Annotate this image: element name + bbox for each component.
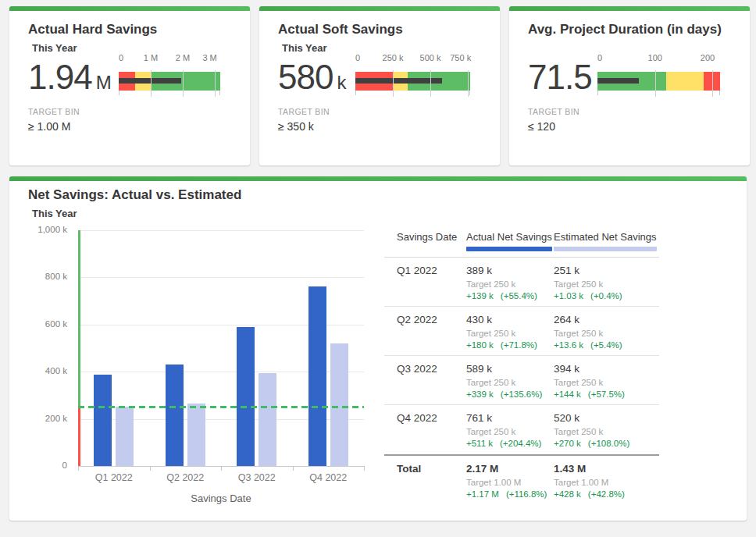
variance-percent: (+108.0%) xyxy=(588,439,629,448)
cell-variance: +139 k(+55.4%) xyxy=(466,291,554,301)
table-row-q2-2022[interactable]: Q2 2022430 kTarget 250 k+180 k(+71.8%)26… xyxy=(384,307,659,356)
column-header-text: Actual Net Savings xyxy=(466,231,552,251)
bar-group-q2-2022 xyxy=(150,230,222,466)
x-axis-category-label: Q4 2022 xyxy=(293,472,365,483)
bar-estimated-net-savings-q2-2022[interactable] xyxy=(187,404,205,466)
cell-variance: +428 k(+42.8%) xyxy=(554,489,659,499)
bullet-axis-tick-label: 1 M xyxy=(144,53,158,62)
column-header-estimated: Estimated Net Savings xyxy=(554,231,659,251)
cell-value: 389 k xyxy=(466,265,554,276)
cell-value: 251 k xyxy=(554,265,659,276)
cell-variance: +511 k(+204.4%) xyxy=(466,439,554,448)
date-cell: Q4 2022 xyxy=(384,412,466,454)
bar-estimated-net-savings-q4-2022[interactable] xyxy=(330,343,348,466)
variance-percent: (+116.8%) xyxy=(506,489,547,499)
bullet-tick-line xyxy=(355,91,356,95)
net-savings-table: Savings DateActual Net SavingsEstimated … xyxy=(384,223,659,515)
bar-actual-net-savings-q1-2022[interactable] xyxy=(94,375,112,466)
x-axis-title: Savings Date xyxy=(78,493,364,504)
variance-percent: (+0.4%) xyxy=(590,291,622,301)
kpi-subtitle: This Year xyxy=(282,42,327,54)
net-savings-card: Net Savings: Actual vs. Estimated This Y… xyxy=(9,176,747,521)
date-cell: Q3 2022 xyxy=(384,363,466,404)
bar-estimated-net-savings-q3-2022[interactable] xyxy=(259,373,276,466)
bullet-tick-line xyxy=(469,91,470,95)
cell-target: Target 1.00 M xyxy=(554,478,659,487)
date-cell: Q1 2022 xyxy=(384,265,466,306)
kpi-value: 580 k xyxy=(278,58,346,97)
actual-cell: 2.17 MTarget 1.00 M+1.17 M(+116.8%) xyxy=(466,463,554,515)
bar-actual-net-savings-q2-2022[interactable] xyxy=(166,365,184,466)
kpi-title: Actual Soft Savings xyxy=(278,22,403,37)
table-row-q1-2022[interactable]: Q1 2022389 kTarget 250 k+139 k(+55.4%)25… xyxy=(384,258,659,307)
variance-amount: +428 k xyxy=(554,489,581,499)
x-axis-tick xyxy=(78,466,79,471)
bullet-axis-tick-label: 200 xyxy=(701,53,715,62)
bullet-tick-line xyxy=(597,91,598,95)
x-axis-tick xyxy=(293,466,294,471)
card-accent-bar xyxy=(9,176,747,181)
y-axis-tick-label: 200 k xyxy=(9,414,67,423)
bullet-tick-line xyxy=(719,91,720,95)
bullet-axis-tick-label: 0 xyxy=(355,53,360,62)
bullet-axis-tick-label: 0 xyxy=(119,53,123,62)
x-axis-category-label: Q1 2022 xyxy=(78,472,150,483)
bar-actual-net-savings-q3-2022[interactable] xyxy=(237,327,255,466)
kpi-title: Avg. Project Duration (in days) xyxy=(528,22,722,37)
cell-value: 1.43 M xyxy=(554,463,659,475)
cell-target: Target 250 k xyxy=(466,427,554,436)
column-header-actual: Actual Net Savings xyxy=(466,231,554,251)
target-bin-value: ≥ 1.00 M xyxy=(28,120,70,133)
bar-estimated-net-savings-q1-2022[interactable] xyxy=(116,407,134,466)
x-axis-category-label: Q3 2022 xyxy=(221,472,293,483)
target-bin-value: ≥ 350 k xyxy=(278,120,314,133)
target-bin-value: ≤ 120 xyxy=(528,120,555,133)
card-accent-bar xyxy=(259,6,500,11)
y-axis-tick-label: 600 k xyxy=(9,319,67,329)
bullet-tick-line xyxy=(219,91,220,95)
estimated-cell: 520 kTarget 250 k+270 k(+108.0%) xyxy=(554,412,659,454)
cell-target: Target 250 k xyxy=(554,427,659,436)
estimated-cell: 394 kTarget 250 k+144 k(+57.5%) xyxy=(554,363,659,404)
cell-value: 589 k xyxy=(466,363,554,375)
variance-amount: +144 k xyxy=(554,389,581,399)
cell-variance: +13.6 k(+5.4%) xyxy=(554,340,659,350)
bar-actual-net-savings-q4-2022[interactable] xyxy=(308,286,326,466)
variance-amount: +180 k xyxy=(466,340,494,350)
actual-cell: 589 kTarget 250 k+339 k(+135.6%) xyxy=(466,363,554,404)
column-header-savings-date: Savings Date xyxy=(384,231,466,251)
cell-value: 520 k xyxy=(554,412,659,424)
bullet-tick-line xyxy=(468,70,469,97)
bullet-axis-tick-label: 0 xyxy=(597,53,602,62)
actual-cell: 389 kTarget 250 k+139 k(+55.4%) xyxy=(466,265,554,306)
variance-amount: +139 k xyxy=(466,291,494,301)
bullet-tick-line xyxy=(119,91,119,95)
cell-target: Target 250 k xyxy=(466,378,554,387)
bullet-chart-project-duration[interactable]: 0100200 xyxy=(597,53,720,101)
kpi-value: 1.94 M xyxy=(28,58,112,97)
variance-percent: (+55.4%) xyxy=(501,291,537,301)
table-row-total[interactable]: Total2.17 MTarget 1.00 M+1.17 M(+116.8%)… xyxy=(384,454,659,515)
bullet-axis-tick-label: 100 xyxy=(648,53,662,62)
date-cell: Q2 2022 xyxy=(384,314,466,355)
bullet-axis-tick-label: 250 k xyxy=(383,53,404,62)
card-accent-bar xyxy=(509,6,750,11)
cell-value: 394 k xyxy=(554,363,659,375)
bullet-chart-soft-savings[interactable]: 0250 k500 k750 k xyxy=(355,53,470,101)
bullet-axis-tick-label: 500 k xyxy=(420,53,441,62)
table-row-q4-2022[interactable]: Q4 2022761 kTarget 250 k+511 k(+204.4%)5… xyxy=(384,405,659,454)
kpi-value: 71.5 xyxy=(528,58,596,97)
bullet-chart-hard-savings[interactable]: 01 M2 M3 M xyxy=(119,53,220,101)
cell-target: Target 250 k xyxy=(554,329,659,338)
kpi-card-actual-soft-savings: Actual Soft Savings This Year 580 k 0250… xyxy=(259,6,500,165)
cell-variance: +339 k(+135.6%) xyxy=(466,389,554,399)
legend-swatch-actual xyxy=(466,247,552,251)
variance-amount: +339 k xyxy=(466,389,494,399)
target-line xyxy=(78,406,364,408)
table-row-q3-2022[interactable]: Q3 2022589 kTarget 250 k+339 k(+135.6%)3… xyxy=(384,356,659,405)
cell-value: 2.17 M xyxy=(466,463,554,475)
bullet-band-bar xyxy=(355,72,470,91)
bullet-measure-bar xyxy=(355,78,442,84)
bar-group-q4-2022 xyxy=(293,230,365,466)
column-header-text: Savings Date xyxy=(397,231,457,243)
